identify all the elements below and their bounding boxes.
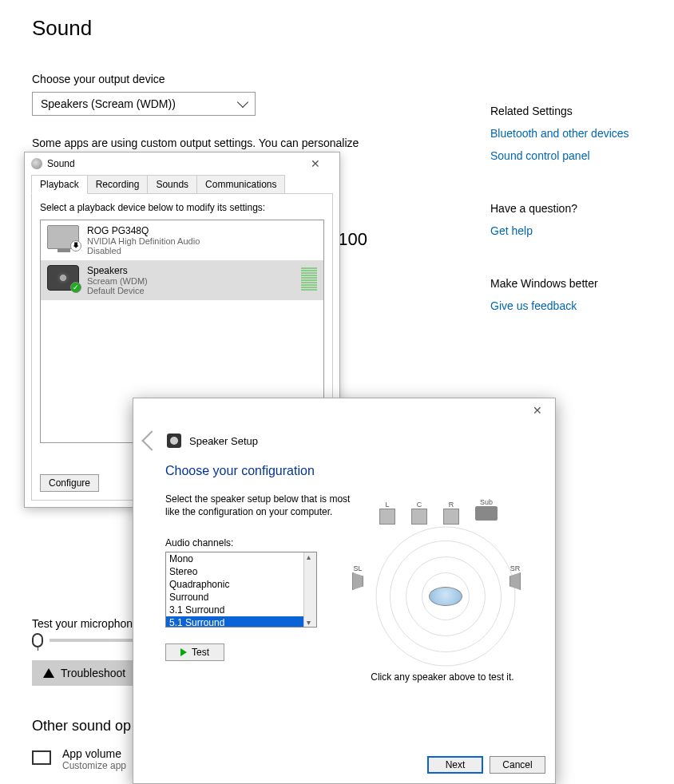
- feedback-link[interactable]: Give us feedback: [490, 299, 642, 312]
- warning-icon: [43, 668, 54, 678]
- speaker-setup-icon: [167, 434, 181, 448]
- wizard-title: Speaker Setup: [189, 435, 258, 447]
- cancel-button[interactable]: Cancel: [490, 756, 545, 774]
- channel-option[interactable]: Surround: [166, 591, 316, 604]
- speaker-sub[interactable]: Sub: [475, 498, 498, 521]
- tab-sounds[interactable]: Sounds: [147, 175, 197, 194]
- device-status: Disabled: [87, 246, 317, 255]
- related-settings-heading: Related Settings: [490, 105, 642, 117]
- audio-channels-list[interactable]: MonoStereoQuadraphonicSurround3.1 Surrou…: [165, 552, 317, 628]
- next-button[interactable]: Next: [427, 756, 483, 774]
- device-name: ROG PG348Q: [87, 225, 317, 236]
- channel-option[interactable]: Stereo: [166, 565, 316, 578]
- channel-option[interactable]: Mono: [166, 552, 316, 565]
- device-row[interactable]: 🡇 ROG PG348Q NVIDIA High Definition Audi…: [41, 220, 323, 260]
- back-arrow-icon[interactable]: [141, 430, 161, 450]
- test-button[interactable]: Test: [165, 643, 224, 661]
- sound-dialog-icon: [31, 158, 42, 169]
- app-volume-label: App volume: [62, 747, 126, 760]
- speaker-r[interactable]: R: [443, 501, 459, 525]
- play-icon: [180, 648, 187, 656]
- chevron-down-icon: [237, 97, 248, 108]
- output-device-combo[interactable]: Speakers (Scream (WDM)): [32, 92, 256, 116]
- custom-output-note: Some apps are using custom output settin…: [32, 137, 367, 149]
- speaker-sl[interactable]: SL: [352, 564, 363, 590]
- speaker-sr[interactable]: SR: [509, 564, 521, 590]
- troubleshoot-label: Troubleshoot: [61, 667, 125, 679]
- listener-icon: [429, 587, 462, 606]
- test-label: Test: [192, 647, 209, 658]
- page-title: Sound: [32, 16, 642, 41]
- channel-option[interactable]: 5.1 Surround: [166, 616, 316, 628]
- bluetooth-link[interactable]: Bluetooth and other devices: [490, 127, 642, 140]
- volume-value: 100: [338, 229, 367, 250]
- sound-control-panel-link[interactable]: Sound control panel: [490, 149, 642, 162]
- tab-recording[interactable]: Recording: [87, 175, 149, 194]
- level-meter-icon: [301, 265, 317, 291]
- sliders-icon: [32, 750, 51, 765]
- have-question-heading: Have a question?: [490, 202, 642, 215]
- tab-communications[interactable]: Communications: [196, 175, 285, 194]
- close-icon[interactable]: ✕: [298, 152, 333, 175]
- disabled-badge-icon: 🡇: [70, 240, 81, 251]
- monitor-icon: 🡇: [47, 225, 79, 249]
- make-better-heading: Make Windows better: [490, 277, 642, 290]
- wizard-instruction: Select the speaker setup below that is m…: [165, 493, 365, 518]
- wizard-heading: Choose your configuration: [165, 464, 523, 478]
- scrollbar[interactable]: [303, 552, 316, 627]
- close-icon[interactable]: ✕: [520, 398, 555, 422]
- device-name: Speakers: [87, 265, 293, 276]
- speaker-diagram: L C R Sub SL SR: [362, 501, 529, 660]
- channel-option[interactable]: 3.1 Surround: [166, 604, 316, 616]
- device-status: Default Device: [87, 286, 293, 295]
- device-row[interactable]: ✓ Speakers Scream (WDM) Default Device: [41, 260, 323, 300]
- microphone-icon: [32, 633, 43, 647]
- speaker-c[interactable]: C: [411, 501, 427, 525]
- troubleshoot-button[interactable]: Troubleshoot: [32, 660, 137, 686]
- configure-button[interactable]: Configure: [40, 474, 99, 492]
- get-help-link[interactable]: Get help: [490, 224, 642, 237]
- playback-instruction: Select a playback device below to modify…: [40, 202, 324, 213]
- speaker-icon: ✓: [47, 265, 79, 291]
- speaker-setup-dialog: ✕ Speaker Setup Choose your configuratio…: [133, 398, 556, 784]
- click-speaker-hint: Click any speaker above to test it.: [359, 671, 526, 683]
- output-device-label: Choose your output device: [32, 73, 367, 85]
- speaker-l[interactable]: L: [379, 501, 395, 525]
- tab-playback[interactable]: Playback: [31, 175, 88, 194]
- sound-dialog-title: Sound: [47, 158, 75, 169]
- device-driver: NVIDIA High Definition Audio: [87, 236, 317, 246]
- app-volume-desc: Customize app: [62, 760, 126, 771]
- default-badge-icon: ✓: [70, 282, 81, 293]
- device-driver: Scream (WDM): [87, 276, 293, 286]
- channel-option[interactable]: Quadraphonic: [166, 578, 316, 591]
- output-device-value: Speakers (Scream (WDM)): [41, 97, 176, 110]
